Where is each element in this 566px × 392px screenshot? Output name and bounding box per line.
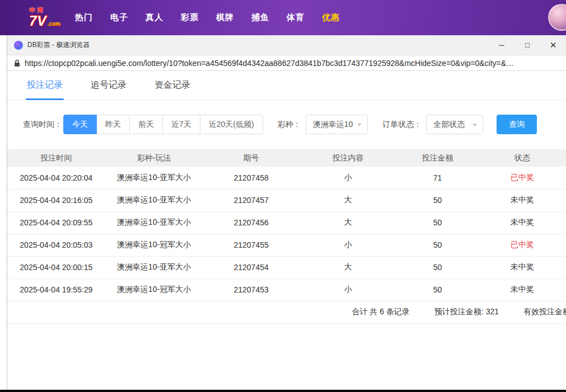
cell-bet-content: 大 [300,189,397,211]
table-row: 2025-04-04 20:09:55 澳洲幸运10-亚军大小 21207456… [7,211,566,234]
lottery-select-value: 澳洲幸运10 [313,120,353,130]
summary-bar: 合计 共 6 条记录 预计投注金额: 321 有效投注金额 [7,301,566,324]
table-row: 2025-04-04 20:00:15 澳洲幸运10-亚军大小 21207454… [7,256,566,278]
cell-bet-content: 小 [300,278,397,301]
browser-window: DB彩票 - 极速浏览器 ─ □ ✕ https://ctopcp02pcali… [7,35,566,390]
cell-game-play: 澳洲幸运10-亚军大小 [105,211,203,234]
records-table: 投注时间 彩种-玩法 期号 投注内容 投注金额 状态 2025-04-04 20… [7,149,566,301]
nav-item-sports[interactable]: 体育 [287,12,305,23]
cell-issue-number: 21207456 [203,211,300,234]
cell-bet-time: 2025-04-04 20:20:04 [7,167,105,189]
nav-item-live[interactable]: 真人 [146,12,163,23]
lottery-record-page: 投注记录 追号记录 资金记录 查询时间： 今天 昨天 前天 近7天 近20天(低… [7,71,566,390]
time-filter-last20days[interactable]: 近20天(低频) [200,115,263,134]
logo-text-main: 7V.com [29,14,60,28]
summary-valid-amount: 有效投注金额 [523,307,566,317]
time-filter-day-before[interactable]: 前天 [129,115,163,134]
screen-bottom-edge [0,390,566,392]
cell-status: 已中奖 [478,167,566,189]
cell-bet-amount: 50 [397,256,479,278]
main-nav: 热门 电子 真人 彩票 棋牌 捕鱼 体育 优惠 [75,12,340,23]
cell-bet-amount: 50 [397,189,479,211]
search-button[interactable]: 查询 [497,115,537,134]
table-row: 2025-04-04 19:55:29 澳洲幸运10-冠军大小 21207453… [7,278,566,301]
cell-issue-number: 21207458 [203,167,300,189]
window-titlebar[interactable]: DB彩票 - 极速浏览器 ─ □ ✕ [7,35,566,55]
cell-bet-amount: 50 [397,278,479,301]
col-header-bet-amount: 投注金额 [397,149,479,167]
cell-status: 未中奖 [478,189,566,211]
status-select[interactable]: 全部状态 [426,115,483,134]
cell-game-play: 澳洲幸运10-冠军大小 [105,278,203,301]
cell-bet-amount: 50 [397,211,479,234]
status-select-value: 全部状态 [433,120,465,130]
cell-bet-time: 2025-04-04 20:16:05 [7,189,105,211]
maximize-button[interactable]: □ [514,35,540,55]
cell-bet-time: 2025-04-04 20:00:15 [7,256,105,278]
cell-bet-content: 大 [300,256,397,278]
lock-icon [14,59,20,67]
cell-bet-time: 2025-04-04 20:09:55 [7,211,105,234]
tab-bet-records[interactable]: 投注记录 [26,72,64,100]
window-controls: ─ □ ✕ [489,35,566,55]
cell-issue-number: 21207454 [203,256,300,278]
logo-suffix: .com [48,21,60,27]
window-title: DB彩票 - 极速浏览器 [27,40,90,50]
user-avatar[interactable] [548,4,566,31]
summary-total-records: 合计 共 6 条记录 [352,307,409,317]
lottery-select[interactable]: 澳洲幸运10 [306,115,368,134]
table-header-row: 投注时间 彩种-玩法 期号 投注内容 投注金额 状态 [7,149,566,167]
cell-bet-content: 大 [300,211,397,234]
cell-issue-number: 21207455 [203,234,300,256]
cell-issue-number: 21207453 [203,278,300,301]
record-tabs: 投注记录 追号记录 资金记录 [7,71,566,100]
site-header: 申博 7V.com 热门 电子 真人 彩票 棋牌 捕鱼 体育 优惠 [0,0,566,35]
cell-bet-content: 小 [300,167,397,189]
time-filter-label: 查询时间： [23,120,62,130]
time-filter-last7days[interactable]: 近7天 [162,115,200,134]
col-header-bet-content: 投注内容 [300,149,397,167]
nav-item-lottery[interactable]: 彩票 [181,12,199,23]
address-bar[interactable]: https://ctopcp02pcali.uengi5e.com/lotter… [7,55,566,71]
cell-bet-amount: 71 [397,167,479,189]
close-button[interactable]: ✕ [540,35,566,55]
cell-game-play: 澳洲幸运10-亚军大小 [105,189,203,211]
cell-bet-time: 2025-04-04 19:55:29 [7,278,105,301]
status-filter-label: 订单状态： [382,120,422,130]
cell-bet-time: 2025-04-04 20:05:03 [7,234,105,256]
time-filter-today[interactable]: 今天 [63,115,97,134]
nav-item-promotions[interactable]: 优惠 [322,12,340,23]
cell-status: 已中奖 [478,234,566,256]
cell-issue-number: 21207457 [203,189,300,211]
url-text[interactable]: https://ctopcp02pcali.uengi5e.com/lotter… [25,59,514,68]
cell-status: 未中奖 [478,256,566,278]
nav-item-fishing[interactable]: 捕鱼 [251,12,269,23]
tab-fund-records[interactable]: 资金记录 [153,72,191,100]
col-header-issue: 期号 [203,149,300,167]
site-logo[interactable]: 申博 7V.com [29,7,60,28]
nav-item-hot[interactable]: 热门 [75,12,93,23]
logo-brand: 7V [29,13,46,29]
cell-status: 未中奖 [478,278,566,301]
lottery-filter-label: 彩种： [278,120,301,130]
cell-status: 未中奖 [478,211,566,234]
table-row: 2025-04-04 20:05:03 澳洲幸运10-冠军大小 21207455… [7,234,566,256]
col-header-status: 状态 [478,149,566,167]
cell-bet-amount: 50 [397,234,479,256]
browser-app-icon [14,41,23,50]
tab-chase-records[interactable]: 追号记录 [90,72,128,100]
time-filter-group: 今天 昨天 前天 近7天 近20天(低频) [63,115,263,134]
nav-item-slots[interactable]: 电子 [110,12,128,23]
cell-game-play: 澳洲幸运10-冠军大小 [105,234,203,256]
col-header-bet-time: 投注时间 [7,149,105,167]
summary-expected-amount: 预计投注金额: 321 [434,307,499,317]
time-filter-yesterday[interactable]: 昨天 [96,115,130,134]
cell-game-play: 澳洲幸运10-亚军大小 [105,256,203,278]
chevron-down-icon [357,124,362,126]
cell-game-play: 澳洲幸运10-亚军大小 [105,167,203,189]
minimize-button[interactable]: ─ [489,35,514,55]
cell-bet-content: 小 [300,234,397,256]
chevron-down-icon [473,124,477,126]
col-header-game-play: 彩种-玩法 [105,149,203,167]
nav-item-boardgames[interactable]: 棋牌 [216,12,234,23]
